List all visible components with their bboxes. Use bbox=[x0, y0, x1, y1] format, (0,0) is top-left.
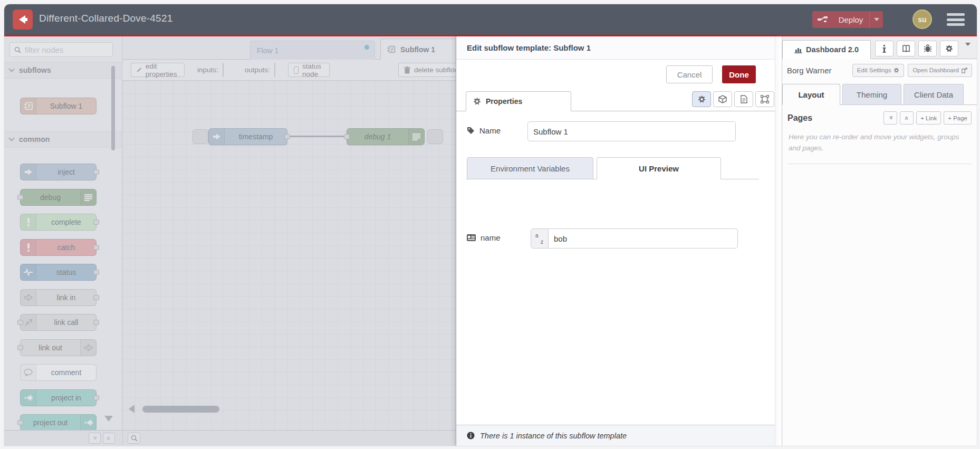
sidebar-tabstrip: Dashboard 2.0 bbox=[782, 36, 977, 59]
gear-icon bbox=[473, 98, 481, 106]
sidebar-book-button[interactable] bbox=[897, 41, 915, 56]
sidebar-gear-button[interactable] bbox=[940, 41, 958, 56]
gear-icon bbox=[893, 68, 899, 73]
input-type-button[interactable]: az bbox=[531, 228, 549, 249]
info-icon bbox=[467, 432, 475, 440]
tab-client-data[interactable]: Client Data bbox=[904, 84, 964, 105]
dialog-title: Edit subflow template: Subflow 1 bbox=[456, 36, 779, 60]
dashboard-tabbar: Layout Theming Client Data bbox=[782, 81, 977, 105]
sidebar-menu-caret[interactable] bbox=[965, 46, 971, 55]
deploy-options-button[interactable] bbox=[869, 11, 883, 28]
tab-layout[interactable]: Layout bbox=[782, 84, 840, 105]
tab-environment-variables[interactable]: Environment Variables bbox=[467, 157, 593, 179]
edit-shade-overlay bbox=[4, 36, 456, 446]
screen: Different-Collared-Dove-4521 Deploy su f… bbox=[0, 0, 980, 449]
instance-count-note: There is 1 instance of this subflow temp… bbox=[480, 432, 627, 440]
cancel-button[interactable]: Cancel bbox=[666, 65, 713, 83]
id-card-icon bbox=[467, 234, 476, 241]
info-icon bbox=[882, 45, 886, 53]
move-down-button[interactable]: « bbox=[900, 111, 914, 125]
dialog-scrollbar[interactable] bbox=[775, 36, 779, 446]
bar-chart-icon bbox=[794, 46, 802, 53]
node-red-app: Different-Collared-Dove-4521 Deploy su f… bbox=[4, 4, 977, 446]
cube-icon bbox=[718, 95, 727, 103]
dialog-doc-tab-button[interactable] bbox=[734, 91, 753, 107]
divider bbox=[787, 164, 972, 164]
deploy-button[interactable]: Deploy bbox=[812, 11, 883, 28]
node-red-logo-icon bbox=[13, 9, 33, 30]
dialog-form: Name Environment Variables UI Preview na… bbox=[456, 111, 779, 425]
subflow-name-input[interactable] bbox=[527, 121, 736, 141]
dialog-footer: There is 1 instance of this subflow temp… bbox=[456, 425, 779, 446]
book-icon bbox=[902, 45, 910, 53]
edit-subflow-dialog: Edit subflow template: Subflow 1 Cancel … bbox=[456, 36, 779, 446]
user-avatar[interactable]: su bbox=[912, 9, 932, 29]
name-label: Name bbox=[467, 126, 501, 135]
group-icon bbox=[761, 95, 769, 103]
env-name-input-group: az bbox=[531, 228, 738, 249]
move-up-button[interactable]: « bbox=[883, 111, 897, 125]
tab-theming[interactable]: Theming bbox=[842, 84, 901, 105]
dashboard-name: Borg Warner bbox=[787, 66, 849, 75]
layout-panel: Pages « « + Link + Page Here you can re-… bbox=[782, 105, 977, 446]
doc-icon bbox=[741, 95, 747, 103]
workspace-title: Different-Collared-Dove-4521 bbox=[39, 13, 172, 24]
dialog-subtabs: Environment Variables UI Preview bbox=[466, 157, 759, 179]
dialog-cube-tab-button[interactable] bbox=[713, 91, 732, 107]
done-button[interactable]: Done bbox=[722, 65, 756, 83]
dialog-buttons: Cancel Done bbox=[456, 60, 779, 89]
gear-icon bbox=[698, 95, 706, 103]
sidebar-info-button[interactable] bbox=[875, 41, 893, 56]
open-dashboard-button[interactable]: Open Dashboard bbox=[908, 64, 972, 77]
pages-help-text: Here you can re-order and move your widg… bbox=[789, 132, 971, 154]
dialog-gear-tab-button[interactable] bbox=[692, 91, 711, 107]
tab-properties[interactable]: Properties bbox=[466, 91, 571, 111]
pages-header-row: Pages « « + Link + Page bbox=[787, 111, 972, 125]
dashboard-header-row: Borg Warner Edit Settings Open Dashboard bbox=[782, 59, 977, 81]
tab-ui-preview[interactable]: UI Preview bbox=[597, 157, 721, 179]
main-menu-button[interactable] bbox=[947, 13, 965, 26]
env-name-input[interactable] bbox=[549, 228, 738, 249]
dialog-group-tab-button[interactable] bbox=[755, 91, 774, 107]
deploy-label: Deploy bbox=[832, 15, 869, 24]
right-sidebar: Dashboard 2.0 Borg Warner Edit Settings … bbox=[782, 36, 977, 446]
gear-icon bbox=[945, 45, 953, 53]
dialog-tabrow: Properties bbox=[456, 89, 779, 111]
sidebar-bug-button[interactable] bbox=[918, 41, 937, 56]
deploy-icon bbox=[818, 16, 828, 23]
env-field-label: name bbox=[467, 233, 501, 242]
header: Different-Collared-Dove-4521 Deploy su bbox=[4, 4, 977, 35]
pages-title: Pages bbox=[787, 113, 881, 123]
tag-icon bbox=[467, 127, 475, 135]
edit-settings-button[interactable]: Edit Settings bbox=[852, 64, 905, 77]
add-link-button[interactable]: + Link bbox=[916, 111, 941, 125]
bug-icon bbox=[924, 44, 932, 53]
external-link-icon bbox=[962, 68, 967, 73]
tab-dashboard-2[interactable]: Dashboard 2.0 bbox=[782, 40, 871, 59]
add-page-button[interactable]: + Page bbox=[944, 111, 972, 125]
